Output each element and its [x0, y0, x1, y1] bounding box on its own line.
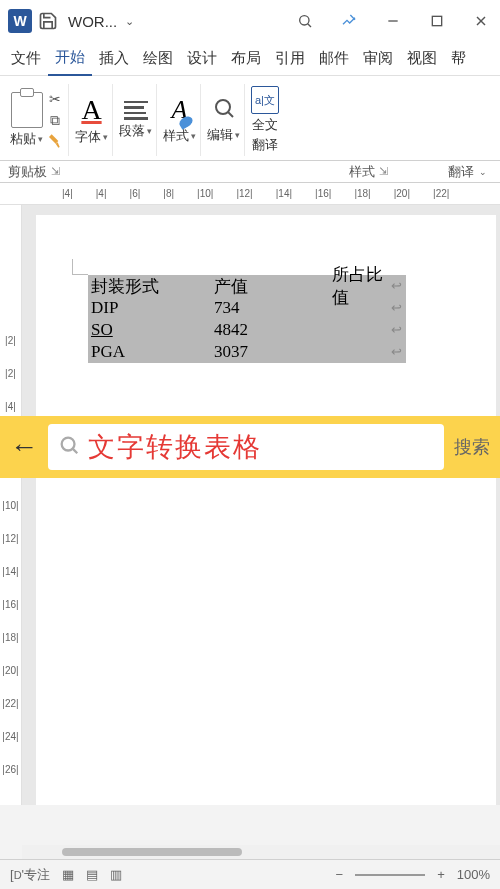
paragraph-icon	[124, 101, 148, 120]
maximize-button[interactable]	[426, 10, 448, 32]
menu-home[interactable]: 开始	[48, 42, 92, 76]
ribbon: 粘贴▾ ✂ ⧉ A 字体▾ 段落▾	[0, 76, 500, 161]
svg-point-8	[62, 437, 75, 450]
menu-layout[interactable]: 布局	[224, 42, 268, 76]
document-title[interactable]: WOR...	[68, 13, 117, 30]
word-app-icon: W	[8, 9, 32, 33]
search-button[interactable]: 搜索	[454, 435, 490, 459]
ruler-vertical[interactable]: |2||2||4| |6||8||10| |12||14||16| |18||2…	[0, 205, 22, 805]
svg-line-7	[228, 112, 233, 117]
search-icon	[58, 434, 80, 461]
minimize-button[interactable]	[382, 10, 404, 32]
search-box[interactable]: 文字转换表格	[48, 424, 444, 470]
menu-view[interactable]: 视图	[400, 42, 444, 76]
ribbon-group-styles: A 样式▾	[159, 84, 201, 156]
styles-button[interactable]: A 样式▾	[163, 95, 196, 145]
search-overlay: ← 文字转换表格 搜索	[0, 416, 500, 478]
translate-button[interactable]: a|文 全文 翻译	[251, 86, 279, 154]
svg-point-6	[216, 100, 230, 114]
ribbon-group-font: A 字体▾	[71, 84, 113, 156]
table-cell: ↩	[332, 344, 406, 360]
font-icon: A	[81, 94, 101, 126]
ribbon-group-translate: a|文 全文 翻译	[247, 84, 283, 156]
clipboard-group-label[interactable]: 剪贴板 ⇲	[8, 163, 60, 181]
clipboard-icon	[11, 92, 43, 128]
table-cell: PGA	[88, 342, 214, 362]
margin-marker	[72, 259, 88, 275]
menu-references[interactable]: 引用	[268, 42, 312, 76]
copy-icon[interactable]: ⧉	[46, 111, 64, 129]
table-cell: 4842	[214, 320, 332, 340]
ribbon-group-labels: 剪贴板 ⇲ 样式 ⇲ 翻译 ⌄	[0, 161, 500, 183]
styles-group-label[interactable]: 样式 ⇲	[349, 163, 388, 181]
search-icon[interactable]	[294, 10, 316, 32]
mic-pen-icon[interactable]	[338, 10, 360, 32]
back-arrow-icon[interactable]: ←	[10, 431, 38, 463]
zoom-in-button[interactable]: +	[437, 867, 445, 882]
zoom-slider[interactable]	[355, 874, 425, 876]
launcher-icon[interactable]: ⇲	[379, 165, 388, 178]
return-icon: ↩	[391, 300, 406, 316]
menu-draw[interactable]: 绘图	[136, 42, 180, 76]
view-mode-icon[interactable]: ▦	[62, 867, 74, 882]
table-cell: ↩	[332, 300, 406, 316]
translate-icon: a|文	[251, 86, 279, 114]
edit-button[interactable]: 编辑▾	[207, 96, 240, 144]
table-cell: 734	[214, 298, 332, 318]
return-icon: ↩	[391, 322, 406, 338]
svg-rect-3	[432, 16, 441, 25]
menu-review[interactable]: 审阅	[356, 42, 400, 76]
paragraph-button[interactable]: 段落▾	[119, 101, 152, 140]
ribbon-group-clipboard: 粘贴▾ ✂ ⧉	[6, 84, 69, 156]
font-button[interactable]: A 字体▾	[75, 94, 108, 146]
svg-line-1	[308, 24, 311, 27]
ribbon-group-edit: 编辑▾	[203, 84, 245, 156]
scrollbar-horizontal[interactable]	[22, 845, 500, 859]
svg-point-0	[300, 16, 309, 25]
titlebar: W WOR... ⌄	[0, 0, 500, 42]
menu-design[interactable]: 设计	[180, 42, 224, 76]
menubar: 文件 开始 插入 绘图 设计 布局 引用 邮件 审阅 视图 帮	[0, 42, 500, 76]
ribbon-group-paragraph: 段落▾	[115, 84, 157, 156]
search-edit-icon	[212, 96, 236, 124]
scroll-thumb[interactable]	[62, 848, 242, 856]
title-dropdown-icon[interactable]: ⌄	[125, 15, 134, 28]
return-icon: ↩	[391, 278, 406, 294]
search-text: 文字转换表格	[88, 429, 262, 465]
return-icon: ↩	[391, 344, 406, 360]
document-page[interactable]: 封装形式 产值 所占比值↩ DIP 734 ↩ SO 4842 ↩ PGA 30…	[36, 215, 496, 805]
menu-more[interactable]: 帮	[444, 42, 473, 76]
ribbon-collapse-icon[interactable]: ⌄	[474, 167, 492, 177]
view-mode-icon[interactable]: ▤	[86, 867, 98, 882]
format-painter-icon[interactable]	[46, 132, 64, 150]
translate-group-label: 翻译	[448, 163, 474, 181]
save-icon[interactable]	[38, 11, 58, 31]
ruler-horizontal[interactable]: |4| |4| |6| |8| |10| |12| |14| |16| |18|…	[0, 183, 500, 205]
svg-line-9	[73, 448, 78, 453]
paste-button[interactable]: 粘贴▾	[10, 92, 43, 148]
view-mode-icon[interactable]: ▥	[110, 867, 122, 882]
styles-icon: A	[172, 95, 188, 125]
zoom-level[interactable]: 100%	[457, 867, 490, 882]
menu-file[interactable]: 文件	[4, 42, 48, 76]
table-cell: 3037	[214, 342, 332, 362]
cut-icon[interactable]: ✂	[46, 90, 64, 108]
zoom-out-button[interactable]: −	[336, 867, 344, 882]
table-header: 产值	[214, 275, 332, 298]
statusbar: [D'专注 ▦ ▤ ▥ − + 100%	[0, 859, 500, 889]
close-button[interactable]	[470, 10, 492, 32]
menu-mailings[interactable]: 邮件	[312, 42, 356, 76]
document-area: |2||2||4| |6||8||10| |12||14||16| |18||2…	[0, 205, 500, 805]
selected-text-block[interactable]: 封装形式 产值 所占比值↩ DIP 734 ↩ SO 4842 ↩ PGA 30…	[88, 275, 406, 363]
table-cell: ↩	[332, 322, 406, 338]
focus-mode-button[interactable]: [D'专注	[10, 866, 50, 884]
table-cell: SO	[88, 320, 214, 340]
table-header: 封装形式	[88, 275, 214, 298]
launcher-icon[interactable]: ⇲	[51, 165, 60, 178]
menu-insert[interactable]: 插入	[92, 42, 136, 76]
table-cell: DIP	[88, 298, 214, 318]
